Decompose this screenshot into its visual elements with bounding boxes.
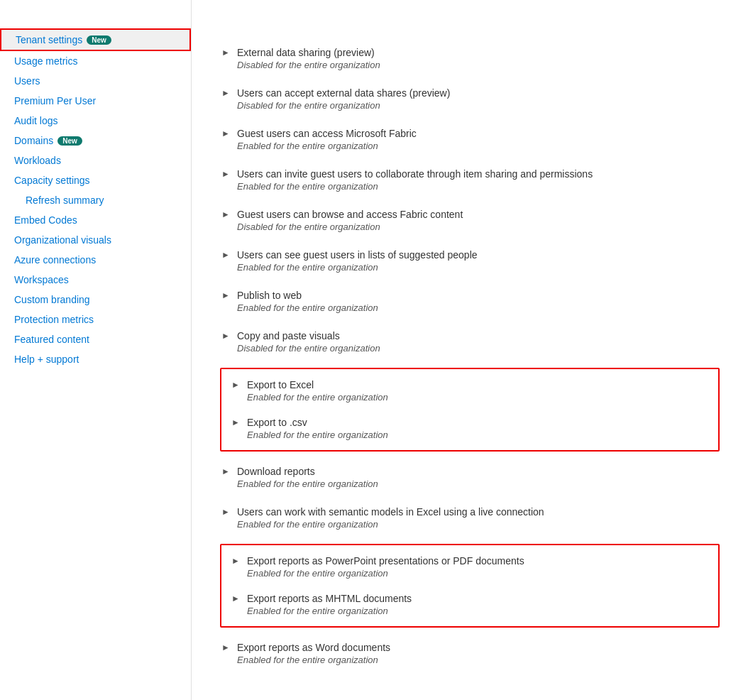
setting-title-export-powerpoint-pdf[interactable]: ►Export reports as PowerPoint presentati… bbox=[230, 555, 710, 567]
sidebar-item-usage-metrics[interactable]: Usage metrics bbox=[0, 51, 191, 71]
setting-item-invite-guests-sharing: ►Users can invite guest users to collabo… bbox=[220, 160, 720, 200]
setting-group-group2: ►Export reports as PowerPoint presentati… bbox=[220, 544, 720, 628]
sidebar-item-premium-per-user[interactable]: Premium Per User bbox=[0, 91, 191, 111]
setting-title-export-to-csv[interactable]: ►Export to .csv bbox=[230, 417, 710, 428]
setting-title-text: Export reports as PowerPoint presentatio… bbox=[247, 555, 524, 567]
chevron-icon[interactable]: ► bbox=[220, 249, 231, 261]
sidebar-item-refresh-summary[interactable]: Refresh summary bbox=[0, 190, 191, 210]
setting-title-text: Export to .csv bbox=[247, 417, 307, 428]
setting-item-export-word: ►Export reports as Word documentsEnabled… bbox=[220, 633, 720, 674]
sidebar-item-label: Tenant settings bbox=[16, 34, 82, 45]
setting-item-semantic-models-excel: ►Users can work with semantic models in … bbox=[220, 498, 720, 538]
sidebar-item-label: Help + support bbox=[14, 354, 79, 365]
sidebar-item-workspaces[interactable]: Workspaces bbox=[0, 270, 191, 290]
sidebar-item-capacity-settings[interactable]: Capacity settings bbox=[0, 170, 191, 190]
setting-title-semantic-models-excel[interactable]: ►Users can work with semantic models in … bbox=[220, 506, 720, 518]
sidebar-item-embed-codes[interactable]: Embed Codes bbox=[0, 210, 191, 230]
setting-item-publish-to-web: ►Publish to webEnabled for the entire or… bbox=[220, 281, 720, 322]
chevron-icon[interactable]: ► bbox=[230, 555, 241, 567]
setting-title-text: Export to Excel bbox=[247, 379, 314, 390]
chevron-icon[interactable]: ► bbox=[230, 593, 241, 604]
setting-subtitle-copy-paste-visuals: Disabled for the entire organization bbox=[237, 343, 720, 354]
setting-title-publish-to-web[interactable]: ►Publish to web bbox=[220, 290, 720, 301]
sidebar-item-label: Workloads bbox=[14, 155, 61, 166]
setting-subtitle-publish-to-web: Enabled for the entire organization bbox=[237, 302, 720, 313]
chevron-icon[interactable]: ► bbox=[220, 642, 231, 653]
setting-title-invite-guests-sharing[interactable]: ►Users can invite guest users to collabo… bbox=[220, 168, 720, 180]
setting-title-external-data-sharing[interactable]: ►External data sharing (preview) bbox=[220, 47, 720, 58]
sidebar-item-help-support[interactable]: Help + support bbox=[0, 349, 191, 369]
chevron-icon[interactable]: ► bbox=[220, 290, 231, 301]
setting-title-text: Publish to web bbox=[237, 290, 302, 301]
sidebar-item-workloads[interactable]: Workloads bbox=[0, 151, 191, 170]
sidebar-item-featured-content[interactable]: Featured content bbox=[0, 329, 191, 349]
chevron-icon[interactable]: ► bbox=[230, 379, 241, 390]
sidebar-item-protection-metrics[interactable]: Protection metrics bbox=[0, 310, 191, 329]
setting-subtitle-download-reports: Enabled for the entire organization bbox=[237, 478, 720, 489]
setting-title-guest-suggested-people[interactable]: ►Users can see guest users in lists of s… bbox=[220, 249, 720, 261]
setting-title-text: External data sharing (preview) bbox=[237, 47, 375, 58]
setting-title-guest-access-fabric[interactable]: ►Guest users can access Microsoft Fabric bbox=[220, 128, 720, 139]
setting-subtitle-guest-suggested-people: Enabled for the entire organization bbox=[237, 262, 720, 273]
setting-subtitle-external-data-sharing: Disabled for the entire organization bbox=[237, 60, 720, 70]
setting-item-guest-access-fabric: ►Guest users can access Microsoft Fabric… bbox=[220, 119, 720, 160]
settings-list: ►External data sharing (preview)Disabled… bbox=[220, 38, 720, 674]
sidebar-item-label: Organizational visuals bbox=[14, 234, 111, 246]
sidebar-item-label: Usage metrics bbox=[14, 55, 77, 67]
setting-item-external-data-sharing: ►External data sharing (preview)Disabled… bbox=[220, 38, 720, 79]
sidebar-item-label: Featured content bbox=[14, 334, 89, 345]
setting-title-copy-paste-visuals[interactable]: ►Copy and paste visuals bbox=[220, 330, 720, 341]
setting-title-export-to-excel[interactable]: ►Export to Excel bbox=[230, 379, 710, 390]
setting-subtitle-accept-external-shares: Disabled for the entire organization bbox=[237, 100, 720, 111]
setting-title-text: Users can see guest users in lists of su… bbox=[237, 249, 478, 261]
setting-item-export-mhtml: ►Export reports as MHTML documentsEnable… bbox=[221, 586, 718, 623]
chevron-icon[interactable]: ► bbox=[220, 330, 231, 341]
setting-item-export-powerpoint-pdf: ►Export reports as PowerPoint presentati… bbox=[221, 548, 718, 586]
setting-title-text: Guest users can access Microsoft Fabric bbox=[237, 128, 417, 139]
chevron-icon[interactable]: ► bbox=[220, 209, 231, 220]
sidebar-item-label: Custom branding bbox=[14, 294, 90, 305]
portal-title bbox=[0, 14, 191, 28]
setting-title-text: Copy and paste visuals bbox=[237, 330, 340, 341]
badge-new: New bbox=[57, 136, 82, 146]
setting-item-export-to-csv: ►Export to .csvEnabled for the entire or… bbox=[221, 410, 718, 447]
setting-title-text: Users can invite guest users to collabor… bbox=[237, 168, 593, 180]
setting-subtitle-guest-access-fabric: Enabled for the entire organization bbox=[237, 141, 720, 151]
sidebar-item-custom-branding[interactable]: Custom branding bbox=[0, 290, 191, 310]
sidebar-item-users[interactable]: Users bbox=[0, 71, 191, 91]
setting-group-group1: ►Export to ExcelEnabled for the entire o… bbox=[220, 368, 720, 452]
setting-item-guest-suggested-people: ►Users can see guest users in lists of s… bbox=[220, 241, 720, 281]
badge-new: New bbox=[87, 35, 111, 45]
sidebar-item-label: Capacity settings bbox=[14, 175, 90, 186]
setting-subtitle-export-to-excel: Enabled for the entire organization bbox=[247, 392, 710, 403]
chevron-icon[interactable]: ► bbox=[220, 87, 231, 99]
chevron-icon[interactable]: ► bbox=[220, 466, 231, 477]
setting-title-text: Export reports as Word documents bbox=[237, 642, 390, 653]
setting-subtitle-guest-browse-fabric: Disabled for the entire organization bbox=[237, 222, 720, 232]
sidebar-item-domains[interactable]: DomainsNew bbox=[0, 131, 191, 151]
sidebar-item-label: Premium Per User bbox=[14, 95, 96, 106]
sidebar-item-label: Users bbox=[14, 75, 40, 87]
sidebar: Tenant settingsNewUsage metricsUsersPrem… bbox=[0, 0, 192, 700]
setting-subtitle-export-to-csv: Enabled for the entire organization bbox=[247, 430, 710, 440]
chevron-icon[interactable]: ► bbox=[220, 128, 231, 139]
setting-subtitle-export-powerpoint-pdf: Enabled for the entire organization bbox=[247, 568, 710, 579]
chevron-icon[interactable]: ► bbox=[220, 506, 231, 518]
setting-subtitle-invite-guests-sharing: Enabled for the entire organization bbox=[237, 181, 720, 192]
chevron-icon[interactable]: ► bbox=[220, 168, 231, 180]
chevron-icon[interactable]: ► bbox=[230, 417, 241, 428]
setting-title-export-mhtml[interactable]: ►Export reports as MHTML documents bbox=[230, 593, 710, 604]
chevron-icon[interactable]: ► bbox=[220, 47, 231, 58]
main-content: ►External data sharing (preview)Disabled… bbox=[192, 0, 748, 700]
sidebar-item-label: Audit logs bbox=[14, 115, 57, 126]
sidebar-item-organizational-visuals[interactable]: Organizational visuals bbox=[0, 230, 191, 250]
sidebar-item-azure-connections[interactable]: Azure connections bbox=[0, 250, 191, 270]
setting-title-download-reports[interactable]: ►Download reports bbox=[220, 466, 720, 477]
sidebar-item-tenant-settings[interactable]: Tenant settingsNew bbox=[0, 28, 191, 51]
setting-title-guest-browse-fabric[interactable]: ►Guest users can browse and access Fabri… bbox=[220, 209, 720, 220]
setting-subtitle-export-mhtml: Enabled for the entire organization bbox=[247, 606, 710, 616]
setting-title-export-word[interactable]: ►Export reports as Word documents bbox=[220, 642, 720, 653]
setting-title-accept-external-shares[interactable]: ►Users can accept external data shares (… bbox=[220, 87, 720, 99]
setting-item-accept-external-shares: ►Users can accept external data shares (… bbox=[220, 79, 720, 119]
sidebar-item-audit-logs[interactable]: Audit logs bbox=[0, 111, 191, 131]
